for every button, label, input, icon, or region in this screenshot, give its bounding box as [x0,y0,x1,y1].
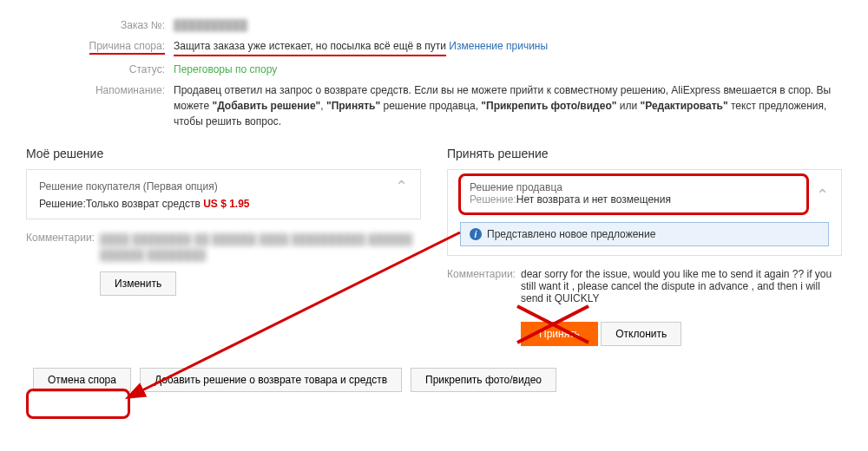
chevron-up-icon[interactable]: ⌃ [816,187,829,203]
reason-label: Причина спора: [26,38,174,56]
seller-decision: Решение:Нет возврата и нет возмещения [470,193,798,206]
status-value: Переговоры по спору [174,62,842,77]
seller-title: Принять решение [447,147,842,160]
reminder-text: Продавец ответил на запрос о возврате ср… [174,82,842,129]
change-reason-link[interactable]: Изменение причины [449,40,548,52]
seller-comments-label: Комментарии: [447,268,521,304]
buyer-decision: Решение:Только возврат средств US $ 1.95 [39,198,408,210]
order-number: ██████████ [174,17,842,33]
accept-button[interactable]: Принять [521,322,598,346]
chevron-up-icon[interactable]: ⌃ [395,179,408,194]
edit-button[interactable]: Изменить [100,271,176,296]
add-solution-button[interactable]: Добавить решение о возврате товара и сре… [140,368,402,392]
seller-comments-text: dear sorry for the issue, would you like… [521,268,842,304]
buyer-panel: Решение покупателя (Первая опция) ⌃ Реше… [26,169,421,219]
order-label: Заказ №: [26,17,174,33]
buyer-panel-title: Решение покупателя (Первая опция) [39,180,218,193]
attach-media-button[interactable]: Прикрепить фото/видео [411,368,556,392]
reject-button[interactable]: Отклонить [601,322,681,346]
seller-panel-title: Решение продавца [470,181,798,193]
reminder-label: Напоминание: [26,82,174,129]
buyer-comments-text: ████ ████████ ██ ██████ ████ ██████████ … [100,232,421,263]
status-label: Статус: [26,62,174,77]
info-icon: i [470,228,482,240]
buyer-title: Моё решение [26,147,421,160]
cancel-dispute-button[interactable]: Отмена спора [33,368,131,392]
seller-panel: Решение продавца Решение:Нет возврата и … [447,169,842,256]
buyer-comments-label: Комментарии: [26,232,100,296]
reason-value: Защита заказа уже истекает, но посылка в… [174,38,842,56]
new-offer-notice: i Представлено новое предложение [460,222,829,246]
